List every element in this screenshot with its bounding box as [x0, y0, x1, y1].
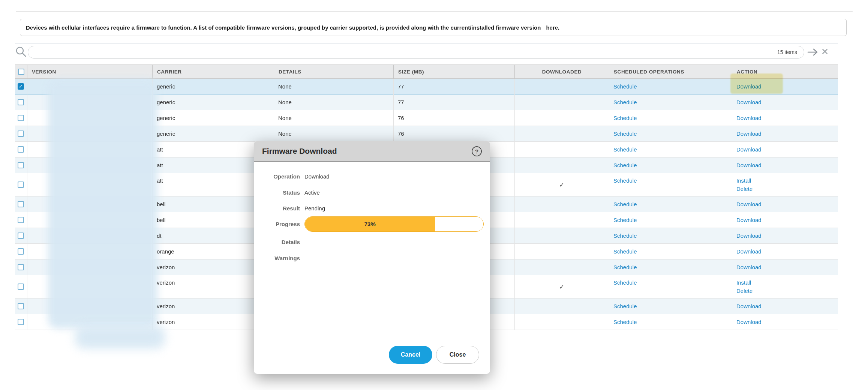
cell-scheduled-operations: Schedule: [609, 216, 732, 224]
cell-scheduled-operations: Schedule: [609, 232, 732, 240]
cell-details: None: [274, 114, 393, 122]
action-link-delete[interactable]: Delete: [736, 287, 838, 295]
cell-scheduled-operations: Schedule: [609, 114, 732, 122]
row-checkbox[interactable]: [18, 146, 24, 153]
field-value: Active: [304, 189, 320, 197]
schedule-link[interactable]: Schedule: [613, 263, 732, 272]
schedule-link[interactable]: Schedule: [613, 130, 732, 138]
search-input[interactable]: [28, 46, 777, 58]
cell-scheduled-operations: Schedule: [609, 263, 732, 272]
cell-details: None: [274, 82, 393, 91]
search-box: 15 items: [28, 46, 804, 58]
field-label: Status: [257, 189, 300, 197]
cell-action: Download: [732, 146, 838, 154]
cell-size: 77: [393, 82, 514, 91]
schedule-link[interactable]: Schedule: [613, 82, 732, 91]
action-link-download[interactable]: Download: [736, 302, 838, 310]
cell-scheduled-operations: Schedule: [609, 318, 732, 326]
cell-details: None: [274, 130, 393, 138]
schedule-link[interactable]: Schedule: [613, 98, 732, 106]
apply-filter-arrow-icon[interactable]: [807, 47, 819, 59]
close-button[interactable]: Close: [436, 346, 479, 364]
cell-scheduled-operations: Schedule: [609, 302, 732, 310]
schedule-link[interactable]: Schedule: [613, 248, 732, 256]
cell-size: 76: [393, 114, 514, 122]
dialog-field-status: StatusActive: [254, 189, 490, 197]
action-link-download[interactable]: Download: [736, 98, 838, 106]
schedule-link[interactable]: Schedule: [613, 146, 732, 154]
action-link-download[interactable]: Download: [736, 318, 838, 326]
cancel-button[interactable]: Cancel: [389, 346, 432, 364]
downloaded-check-icon: ✓: [514, 181, 609, 189]
action-link-download[interactable]: Download: [736, 232, 838, 240]
clear-search-icon[interactable]: ✕: [821, 45, 829, 58]
row-checkbox[interactable]: [18, 264, 24, 270]
cell-scheduled-operations: Schedule: [609, 98, 732, 106]
here-link[interactable]: here.: [546, 24, 559, 31]
schedule-link[interactable]: Schedule: [613, 216, 732, 224]
version-redacted-blur: [48, 80, 157, 328]
downloaded-check-icon: ✓: [514, 283, 609, 291]
column-separator: [27, 79, 27, 330]
action-link-download[interactable]: Download: [736, 114, 838, 122]
row-checkbox[interactable]: [18, 115, 24, 121]
action-link-download[interactable]: Download: [736, 216, 838, 224]
schedule-link[interactable]: Schedule: [613, 177, 732, 185]
items-count-badge: 15 items: [777, 49, 804, 55]
schedule-link[interactable]: Schedule: [613, 302, 732, 310]
row-checkbox[interactable]: [18, 248, 24, 255]
select-all-checkbox[interactable]: [18, 69, 24, 75]
schedule-link[interactable]: Schedule: [613, 279, 732, 287]
action-link-download[interactable]: Download: [736, 200, 838, 208]
cell-scheduled-operations: Schedule: [609, 82, 732, 91]
search-divider: [15, 44, 838, 44]
row-checkbox[interactable]: [18, 201, 24, 207]
cell-carrier: generic: [152, 82, 274, 91]
cell-action: Download: [732, 114, 838, 122]
cell-action: InstallDelete: [732, 279, 838, 295]
table-header: VERSIONCARRIERDETAILSSIZE (MB)DOWNLOADED…: [15, 64, 838, 79]
row-checkbox[interactable]: [18, 232, 24, 239]
version-redacted-blur-tail: [75, 326, 165, 349]
row-checkbox[interactable]: ✓: [18, 83, 24, 90]
cell-action: Download: [732, 232, 838, 240]
action-link-download[interactable]: Download: [736, 161, 838, 170]
schedule-link[interactable]: Schedule: [613, 161, 732, 170]
column-header-scheduled: SCHEDULED OPERATIONS: [609, 65, 732, 78]
cell-action: Download: [732, 248, 838, 256]
action-link-install[interactable]: Install: [736, 177, 838, 185]
cell-scheduled-operations: Schedule: [609, 279, 732, 287]
column-header-downloaded: DOWNLOADED: [514, 65, 609, 78]
help-icon[interactable]: ?: [472, 146, 482, 156]
action-link-delete[interactable]: Delete: [736, 185, 838, 193]
schedule-link[interactable]: Schedule: [613, 114, 732, 122]
row-checkbox[interactable]: [18, 99, 24, 105]
schedule-link[interactable]: Schedule: [613, 232, 732, 240]
action-link-download[interactable]: Download: [736, 82, 838, 91]
row-checkbox[interactable]: [18, 284, 24, 290]
row-checkbox[interactable]: [18, 182, 24, 188]
top-divider: [16, 11, 853, 12]
action-link-download[interactable]: Download: [736, 248, 838, 256]
action-link-install[interactable]: Install: [736, 279, 838, 287]
action-link-download[interactable]: Download: [736, 146, 838, 154]
schedule-link[interactable]: Schedule: [613, 200, 732, 208]
dialog-field-details: Details: [254, 238, 490, 246]
row-checkbox[interactable]: [18, 303, 24, 309]
dialog-title: Firmware Download: [262, 147, 472, 156]
row-checkbox[interactable]: [18, 217, 24, 223]
row-checkbox[interactable]: [18, 319, 24, 325]
row-checkbox[interactable]: [18, 162, 24, 168]
cell-carrier: generic: [152, 98, 274, 106]
action-link-download[interactable]: Download: [736, 130, 838, 138]
cell-action: Download: [732, 200, 838, 208]
column-header-version: VERSION: [27, 65, 152, 78]
action-link-download[interactable]: Download: [736, 263, 838, 272]
cell-size: 76: [393, 130, 514, 138]
row-checkbox[interactable]: [18, 130, 24, 137]
dialog-header: Firmware Download ?: [254, 141, 490, 162]
cell-scheduled-operations: Schedule: [609, 177, 732, 185]
cell-action: Download: [732, 98, 838, 106]
column-header-action: ACTION: [732, 65, 838, 78]
schedule-link[interactable]: Schedule: [613, 318, 732, 326]
